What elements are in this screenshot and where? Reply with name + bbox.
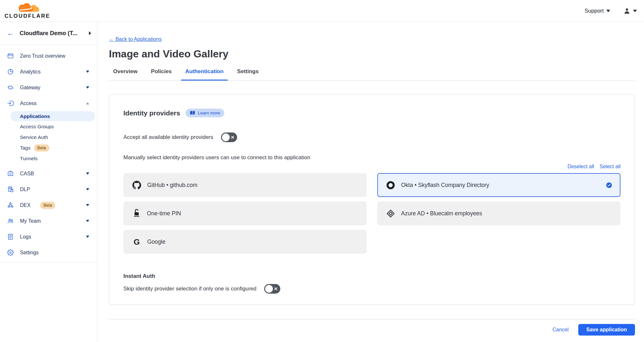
cancel-button[interactable]: Cancel [553, 327, 569, 333]
access-subnav: Applications Access Groups Service Auth … [0, 111, 97, 164]
back-arrow-icon[interactable]: ← [7, 30, 14, 37]
chevron-down-icon[interactable] [86, 86, 89, 89]
chevron-down-icon[interactable] [86, 188, 89, 191]
sidebar-item-label: Access Groups [20, 124, 97, 130]
sidebar-item-gateway[interactable]: Gateway [0, 80, 97, 95]
provider-grid: GitHub • github.com Okta • Skyflash Comp… [123, 173, 620, 254]
sidebar-item-label: Tunnels [20, 156, 97, 161]
sidebar-item-applications[interactable]: Applications [11, 111, 95, 121]
identity-providers-card: Identity providers Learn more Accept all… [109, 94, 635, 305]
provider-name: Okta • Skyflash Company Directory [401, 182, 600, 189]
access-icon [7, 100, 14, 107]
skip-toggle-label: Skip identity provider selection if only… [123, 286, 256, 292]
provider-name: One-time PIN [147, 210, 358, 217]
sidebar-item-label: Logs [20, 234, 80, 240]
sidebar-item-label: Service Auth [20, 134, 97, 140]
toggle-knob [265, 285, 273, 293]
sidebar-item-analytics[interactable]: Analytics [0, 64, 97, 80]
footer-divider [109, 319, 635, 319]
cloudflare-cloud-icon [11, 3, 43, 13]
sidebar-item-label: DEX [20, 202, 31, 208]
sidebar-nav: Zero Trust overview Analytics Gateway Ac… [0, 45, 97, 263]
sidebar-item-zero-trust-overview[interactable]: Zero Trust overview [0, 48, 97, 64]
footer-actions: Cancel Save application [109, 324, 635, 336]
azure-ad-icon [386, 209, 395, 218]
sidebar-item-access[interactable]: Access [0, 95, 97, 111]
user-menu[interactable] [623, 7, 637, 15]
support-label: Support [584, 8, 604, 14]
provider-name: GitHub • github.com [147, 182, 358, 189]
book-icon [190, 111, 195, 115]
back-to-applications-link[interactable]: ← Back to Applications [109, 36, 162, 42]
expand-right-icon[interactable] [89, 31, 91, 35]
select-all-link[interactable]: Select all [600, 164, 620, 170]
cloudflare-wordmark: CLOUDFLARE [5, 13, 50, 19]
sidebar: ← Cloudflare Demo (T... Zero Trust overv… [0, 22, 97, 342]
support-menu[interactable]: Support [584, 8, 610, 14]
deselect-all-link[interactable]: Deselect all [567, 164, 594, 170]
sidebar-item-my-team[interactable]: My Team [0, 213, 97, 229]
sidebar-item-label: Gateway [20, 85, 80, 91]
accept-all-toggle[interactable]: ✕ [221, 132, 237, 142]
provider-tile-one-time-pin[interactable]: **** One-time PIN [123, 201, 367, 225]
manual-select-text: Manually select identity providers users… [123, 154, 620, 161]
sidebar-item-service-auth[interactable]: Service Auth [0, 132, 97, 142]
google-icon: G [132, 238, 141, 246]
chevron-up-icon[interactable] [86, 102, 89, 104]
chevron-down-icon[interactable] [86, 204, 89, 206]
cloudflare-logo[interactable]: CLOUDFLARE [5, 3, 50, 19]
save-application-button[interactable]: Save application [578, 324, 635, 336]
casb-icon [7, 170, 14, 177]
instant-auth-toggle[interactable]: ✕ [264, 284, 280, 294]
sidebar-divider [0, 262, 97, 263]
one-time-pin-icon: **** [132, 208, 141, 219]
sidebar-item-dex[interactable]: DEX Beta [0, 197, 97, 213]
sidebar-item-logs[interactable]: Logs [0, 229, 97, 245]
sidebar-item-tags[interactable]: Tags Beta [0, 142, 97, 153]
accept-toggle-label: Accept all available identity providers [123, 134, 213, 141]
learn-more-badge[interactable]: Learn more [186, 109, 224, 117]
sidebar-item-tunnels[interactable]: Tunnels [0, 153, 97, 164]
sidebar-item-label: My Team [20, 218, 80, 224]
toggle-knob [222, 133, 230, 141]
chevron-down-icon [633, 10, 637, 12]
main-content: ← Back to Applications Image and Video G… [97, 22, 644, 342]
selected-check-icon [606, 182, 612, 188]
sidebar-item-casb[interactable]: CASB [0, 166, 97, 181]
provider-tile-google[interactable]: G Google [123, 230, 367, 254]
sidebar-account-header: ← Cloudflare Demo (T... [0, 22, 97, 45]
sidebar-item-label: DLP [20, 187, 80, 192]
team-icon [7, 218, 14, 224]
chevron-down-icon[interactable] [86, 236, 89, 238]
learn-more-label: Learn more [198, 111, 220, 115]
tab-overview[interactable]: Overview [109, 68, 142, 81]
card-title: Identity providers [123, 109, 180, 117]
tab-bar: Overview Policies Authentication Setting… [109, 68, 635, 81]
sidebar-item-label: CASB [20, 171, 80, 177]
tab-policies[interactable]: Policies [147, 68, 176, 81]
sidebar-item-dlp[interactable]: DLP [0, 181, 97, 197]
chevron-down-icon[interactable] [86, 220, 89, 222]
tab-authentication[interactable]: Authentication [181, 68, 228, 81]
sidebar-item-label: Applications [20, 113, 95, 119]
provider-name: Azure AD • Bluecalm employees [401, 210, 612, 217]
toggle-off-x-icon: ✕ [231, 135, 235, 140]
dlp-icon [7, 186, 14, 193]
provider-name: Google [147, 239, 358, 245]
provider-tile-github[interactable]: GitHub • github.com [123, 173, 367, 197]
sidebar-item-label: Access [20, 101, 80, 106]
provider-tile-okta[interactable]: Okta • Skyflash Company Directory [377, 173, 620, 197]
beta-badge: Beta [40, 202, 55, 209]
sidebar-item-settings[interactable]: Settings [0, 245, 97, 260]
chevron-down-icon [606, 10, 610, 12]
github-icon [132, 181, 141, 190]
page-title: Image and Video Gallery [109, 48, 635, 60]
provider-tile-azure-ad[interactable]: Azure AD • Bluecalm employees [377, 201, 620, 225]
sidebar-item-access-groups[interactable]: Access Groups [0, 121, 97, 132]
chevron-down-icon[interactable] [86, 71, 89, 73]
chevron-down-icon[interactable] [86, 172, 89, 175]
toggle-off-x-icon: ✕ [274, 286, 278, 291]
tab-settings[interactable]: Settings [233, 68, 263, 81]
account-name[interactable]: Cloudflare Demo (T... [20, 30, 83, 37]
svg-text:G: G [134, 238, 140, 246]
